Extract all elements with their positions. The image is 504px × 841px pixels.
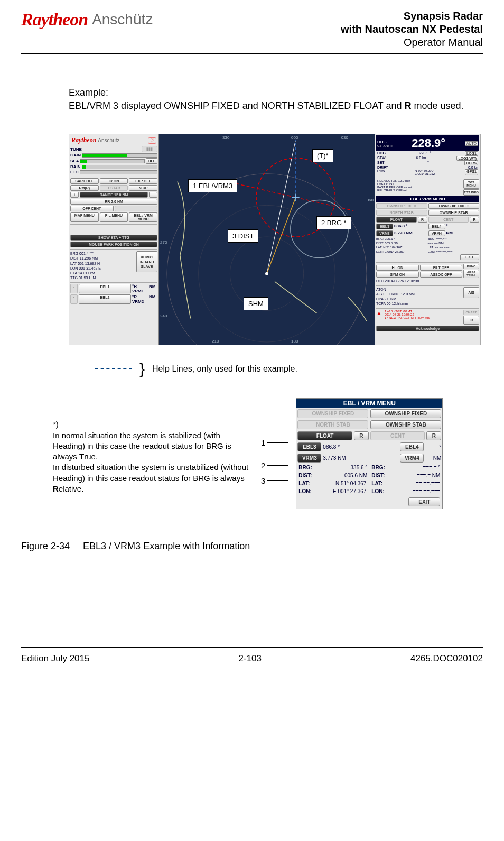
ownship-fixed-button[interactable]: OWNSHIP FIXED (428, 203, 480, 209)
ccrs-button[interactable]: CCRS (464, 161, 478, 165)
sea-off-button[interactable]: OFF (146, 158, 157, 164)
utc-display: UTC 2014-08-26 12:08:38 (376, 279, 462, 283)
ebl4-2[interactable]: EBL4 (400, 442, 424, 451)
ebl3-2[interactable]: EBL3 (297, 442, 321, 451)
title-line-3: Operator Manual (341, 36, 483, 49)
info-lat: LAT 061 13.682 N (70, 261, 134, 266)
ebl1-button[interactable]: EBL1 (79, 284, 131, 293)
ebl2-button[interactable]: EBL2 (79, 294, 131, 304)
exp-off-button[interactable]: EXP OFF (129, 178, 157, 184)
range-plus-button[interactable]: + (70, 192, 79, 198)
sart-off-button[interactable]: SART OFF (70, 178, 99, 184)
log1wt-button[interactable]: LOG1(WT) (456, 156, 478, 161)
north-stab-dis[interactable]: NORTH STAB (376, 210, 427, 216)
ebl-vrm-menu-detail: EBL / VRM MENU OWNSHIP FIXED OWNSHIP FIX… (296, 398, 443, 509)
ownship-stab-button[interactable]: OWNSHIP STAB (428, 210, 480, 216)
solid-line-icon (95, 365, 132, 365)
pos-label: POS (377, 169, 385, 175)
pointer-line-3 (267, 480, 288, 481)
vrm4-button[interactable]: VRM4 (428, 230, 445, 236)
radar-logo-brand: Raytheon (71, 136, 96, 144)
rr-button[interactable]: RR 2.0 NM (70, 199, 157, 205)
ownship-stab-2[interactable]: OWNSHIP STAB (370, 420, 441, 429)
sea-bar[interactable] (80, 159, 145, 163)
page-header: Raytheon Anschütz Synapsis Radar with Na… (21, 10, 483, 49)
pil-menu-button[interactable]: PIL MENU (100, 212, 128, 222)
north-stab-dis-2[interactable]: NORTH STAB (297, 420, 368, 429)
tgt-menu-button[interactable]: TGT MENU (463, 179, 479, 189)
ownship-fixed-2[interactable]: OWNSHIP FIXED (370, 409, 441, 418)
tstab-button[interactable]: T STAB (100, 185, 128, 191)
hl-on-button[interactable]: HL ON (376, 265, 419, 271)
n-up-button[interactable]: N UP (129, 185, 157, 191)
r-2a[interactable]: R (354, 431, 369, 440)
ais-button[interactable]: AIS (463, 287, 479, 298)
func-button[interactable]: FUNC (463, 264, 479, 269)
sym-on-button[interactable]: SYM ON (376, 272, 419, 278)
vrm3-val-2: 3.773 NM (323, 455, 398, 461)
pointer-3: 3 (261, 476, 265, 485)
heart-icon[interactable]: ♡ (148, 137, 156, 144)
rain-bar[interactable] (82, 165, 157, 169)
show-eta-button[interactable]: SHOW ETA + TTG (70, 235, 157, 241)
lon-l-v: E 001° 27.367' (333, 488, 367, 494)
note-p2a: In disturbed situation the system is uns… (53, 463, 248, 482)
acknowledge-button[interactable]: Acknowledge (376, 326, 479, 331)
r-button-2[interactable]: R (470, 217, 479, 223)
tgt-info-button[interactable]: TGT INFO (463, 189, 479, 196)
mouse-park-button[interactable]: MOUSE PARK POSITION ON (70, 242, 157, 247)
range-display[interactable]: RANGE 12.0 NM (80, 192, 148, 198)
r-button-1[interactable]: R (418, 217, 427, 223)
ir-on-button[interactable]: IR ON (100, 178, 128, 184)
arpa-trial-button[interactable]: ARPA TRIAL (463, 270, 479, 278)
vrm1-label: °R VRM1 (132, 284, 148, 293)
lon-r-v: === ==.=== (413, 488, 440, 494)
xcvr-button[interactable]: XCVR1 X-BAND SLAVE (136, 251, 157, 272)
deg-240: 240 (160, 313, 167, 318)
hdg-value: 228.9° (412, 136, 445, 150)
example-lead: Example: (69, 87, 108, 98)
off-cent-button[interactable]: OFF CENT (70, 206, 114, 211)
vrm3-2[interactable]: VRM3 (297, 454, 321, 463)
vrm3-button[interactable]: VRM3 (376, 230, 393, 236)
pointer-labels: 1 2 3 (261, 438, 288, 485)
map-menu-button[interactable]: MAP MENU (70, 212, 99, 222)
radar-ppi[interactable]: 330 000 030 060 270 240 210 180 (T)* 1 E… (159, 134, 375, 345)
ownship-fixed-dis[interactable]: OWNSHIP FIXED (376, 203, 427, 209)
off-cent-disabled (115, 206, 158, 211)
figure-caption: Figure 2-34 EBL3 / VRM3 Example with Inf… (21, 541, 483, 552)
auto-button[interactable]: AUTO (465, 141, 478, 146)
cog-label: COG (377, 151, 386, 156)
deg-210: 210 (212, 339, 219, 344)
lat-r-k: LAT: (371, 480, 382, 486)
ebl3-button[interactable]: EBL3 (376, 224, 393, 229)
chart-button[interactable]: CHART (463, 310, 479, 315)
gps1-button[interactable]: GPS1 (465, 169, 478, 175)
ebl2-toggle[interactable]: ▪ (70, 294, 78, 304)
cent-button[interactable]: CENT (428, 217, 469, 223)
ebl1-toggle[interactable]: ▪ (70, 284, 78, 293)
gain-bar[interactable] (82, 153, 157, 158)
vrm3-val: 3.773 NM (394, 230, 427, 236)
ftc-bar[interactable] (80, 170, 157, 174)
range-minus-button[interactable]: − (149, 192, 157, 198)
aton-label: ATON (376, 287, 462, 292)
assoc-off-button[interactable]: ASSOC OFF (420, 272, 463, 278)
ais-filt-label: AIS FILT RNG 12.0 NM (376, 292, 462, 297)
exit-2[interactable]: EXIT (408, 497, 440, 506)
vrm4-2[interactable]: VRM4 (400, 454, 424, 463)
ebl4-button[interactable]: EBL4 (428, 224, 445, 229)
alarm-icon: ▲ (376, 310, 384, 325)
dist-r-k: DIST: (371, 473, 385, 478)
cent-2[interactable]: CENT (370, 431, 425, 440)
filt-off-button[interactable]: FILT OFF (420, 265, 463, 271)
log1-button[interactable]: LOG1 (465, 151, 478, 156)
ownship-fixed-dis-2[interactable]: OWNSHIP FIXED (297, 409, 368, 418)
float-2[interactable]: FLOAT (297, 431, 352, 440)
float-button[interactable]: FLOAT (376, 217, 417, 223)
r-2b[interactable]: R (426, 431, 441, 440)
rm-r-button[interactable]: RM(R) (70, 185, 99, 191)
tx-button[interactable]: TX (463, 316, 479, 325)
ebl-vrm-menu-button[interactable]: EBL / VRM MENU (129, 212, 157, 222)
exit-button[interactable]: EXIT (460, 254, 479, 260)
